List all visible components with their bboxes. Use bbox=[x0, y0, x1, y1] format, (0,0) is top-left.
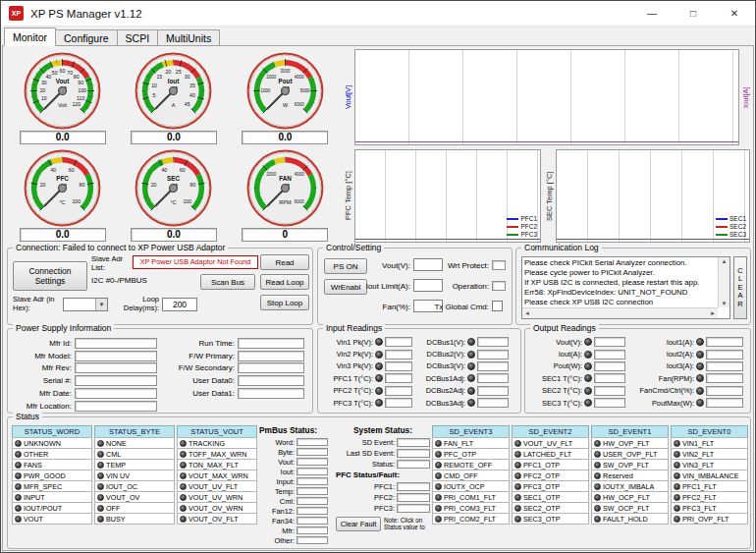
communication-log-text[interactable]: Please check PICkit Serial Analyzer conn… bbox=[524, 258, 717, 306]
tx-global-cmd-checkbox[interactable] bbox=[492, 301, 503, 311]
legend-label: SEC1 bbox=[729, 215, 746, 223]
pmbus-row: Fan34: bbox=[259, 516, 334, 525]
status-item: FAULT_HOLD bbox=[591, 513, 669, 525]
svg-text:20: 20 bbox=[40, 182, 46, 188]
svg-text:40: 40 bbox=[190, 92, 196, 98]
slave-adr-dropdown[interactable]: ▾ bbox=[63, 298, 108, 311]
legend-entry: PFC2 bbox=[507, 223, 537, 231]
pfc-status-value-box[interactable] bbox=[397, 504, 430, 513]
status-item: VIN_IMBALANCE bbox=[671, 470, 748, 481]
status-led-icon bbox=[15, 494, 22, 501]
reading-value-box bbox=[385, 337, 412, 347]
read-loop-button[interactable]: Read Loop bbox=[260, 274, 309, 290]
status-item-label: LATCHED_FLT bbox=[523, 450, 571, 459]
legend-line-swatch bbox=[716, 218, 728, 220]
status-item-label: INPUT bbox=[24, 493, 45, 502]
scroll-right-icon[interactable]: ► bbox=[710, 310, 716, 316]
app-window: XP XP PS Manager v1.12 — □ ✕ MonitorConf… bbox=[0, 0, 756, 553]
field-label: Mfr Location: bbox=[12, 402, 75, 411]
horizontal-scrollbar[interactable]: ◄ ► bbox=[522, 307, 718, 318]
system-status-value-box[interactable] bbox=[397, 449, 430, 458]
scroll-up-icon[interactable]: ▲ bbox=[722, 258, 728, 264]
status-column: STATUS_WORD UNKNOWN bbox=[12, 425, 92, 525]
status-led-icon bbox=[584, 362, 592, 370]
dropdown-arrow-icon[interactable]: ▾ bbox=[95, 299, 107, 310]
field-label: Mfr Date: bbox=[12, 389, 75, 398]
legend-label: SEC3 bbox=[729, 231, 746, 239]
tab[interactable]: Monitor bbox=[4, 28, 56, 46]
system-status-value-box[interactable] bbox=[397, 460, 430, 469]
status-led-icon bbox=[15, 483, 22, 490]
status-led-icon bbox=[674, 451, 680, 458]
status-led-icon bbox=[375, 387, 383, 395]
reading-row: SEC1 T(°C): bbox=[529, 372, 625, 384]
pfc-status-fault-title: PFC Status/Fault: bbox=[336, 470, 430, 481]
communication-log-box[interactable]: Please check PICkit Serial Analyzer conn… bbox=[521, 256, 730, 319]
vout-set-input[interactable] bbox=[413, 258, 443, 271]
scroll-left-icon[interactable]: ◄ bbox=[524, 310, 530, 316]
reading-label: Iout2(A): bbox=[629, 350, 694, 359]
gauge-value-display: 0.0 bbox=[131, 228, 217, 242]
svg-text:120: 120 bbox=[73, 101, 81, 107]
field-value-box bbox=[75, 362, 157, 373]
log-line: Please check XP USB I2C connection bbox=[524, 298, 717, 306]
gauge-dial: 200040006000FANRPM bbox=[246, 149, 324, 227]
scroll-down-icon[interactable]: ▼ bbox=[722, 301, 728, 306]
pmbus-row: Iout: bbox=[259, 467, 334, 476]
status-item-label: BUSY bbox=[106, 515, 126, 524]
input-readings-group-title: Input Readings bbox=[323, 323, 385, 333]
reading-label: Iout(A): bbox=[529, 350, 582, 359]
svg-text:35: 35 bbox=[190, 83, 196, 88]
reading-row: Vin2 Pk(V): bbox=[322, 348, 412, 359]
system-status-value-box[interactable] bbox=[397, 438, 430, 447]
vout-iout-chart: Vout[V] Iout[A] bbox=[343, 48, 751, 146]
status-led-icon bbox=[696, 351, 704, 359]
reading-value-box bbox=[706, 386, 743, 396]
minimize-button[interactable]: — bbox=[631, 1, 673, 26]
maximize-button[interactable]: □ bbox=[673, 1, 714, 26]
connection-settings-button[interactable]: Connection Settings bbox=[13, 261, 87, 291]
status-led-icon bbox=[97, 451, 104, 458]
status-item-label: Reserved bbox=[603, 471, 633, 480]
vout-axis-label: Vout[V] bbox=[343, 48, 353, 146]
loop-delay-input[interactable] bbox=[162, 298, 197, 311]
read-button[interactable]: Read bbox=[260, 254, 309, 270]
tab[interactable]: Configure bbox=[55, 29, 118, 46]
field-label: Serial #: bbox=[12, 376, 75, 385]
close-button[interactable]: ✕ bbox=[714, 1, 755, 26]
tab[interactable]: SCPI bbox=[117, 29, 159, 46]
i2c-bus-label: I2C #0-/PMBUS bbox=[91, 276, 147, 285]
reading-row: Fan(RPM): bbox=[629, 372, 743, 384]
status-item-label: PFC2_OTP bbox=[523, 471, 560, 480]
vertical-scrollbar[interactable]: ▲ ▼ bbox=[718, 257, 729, 307]
psu-info-row: User Data0: bbox=[161, 374, 304, 387]
status-led-icon bbox=[97, 440, 104, 447]
pmbus-row: Byte: bbox=[259, 447, 334, 457]
iout-limit-input[interactable] bbox=[413, 279, 443, 292]
pfc-temp-chart: PFC Temp [°C] PFC1 PFC2 bbox=[343, 148, 542, 244]
status-group: Status STATUS_WORD UNKNOWN bbox=[7, 416, 751, 549]
clear-fault-button[interactable]: Clear Fault bbox=[336, 517, 381, 531]
pfc-status-value-box[interactable] bbox=[397, 482, 430, 491]
status-item-label: VIN3_FLT bbox=[682, 461, 714, 470]
scan-bus-button[interactable]: Scan Bus bbox=[200, 274, 255, 290]
status-led-icon bbox=[594, 505, 601, 512]
reading-label: DCBus3Adj: bbox=[416, 399, 465, 408]
pfc-status-value-box[interactable] bbox=[397, 493, 430, 502]
status-led-icon bbox=[375, 362, 383, 370]
field-value-box bbox=[238, 338, 304, 349]
svg-text:W: W bbox=[283, 102, 289, 108]
sd-event-columns: SD_EVENT3 FAN_FLT P bbox=[432, 425, 748, 525]
ps-on-button[interactable]: PS ON bbox=[324, 258, 367, 274]
status-led-icon bbox=[97, 505, 104, 512]
stop-loop-button[interactable]: Stop Loop bbox=[260, 295, 309, 310]
status-led-icon bbox=[674, 462, 680, 469]
clear-log-button[interactable]: CLEAR bbox=[733, 256, 747, 319]
psu-info-row: Mfr Location: bbox=[12, 400, 157, 413]
field-value-box bbox=[75, 338, 157, 349]
svg-text:45: 45 bbox=[185, 101, 190, 107]
pfc-temp-plot-area: PFC1 PFC2 PFC3 bbox=[354, 149, 541, 243]
legend-label: SEC2 bbox=[729, 223, 746, 231]
status-led-icon bbox=[594, 483, 601, 490]
tab[interactable]: MultiUnits bbox=[157, 29, 220, 46]
